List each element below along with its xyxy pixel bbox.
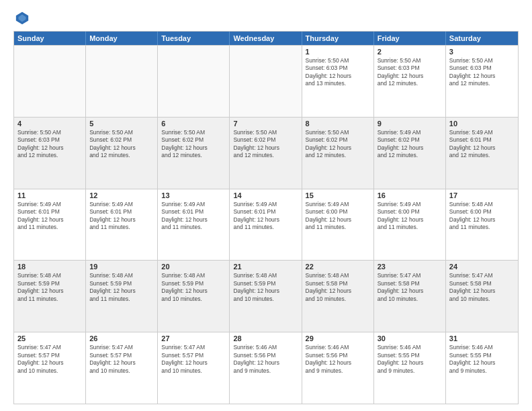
calendar-body: 1Sunrise: 5:50 AMSunset: 6:03 PMDaylight…	[14, 45, 518, 404]
calendar-row-0: 1Sunrise: 5:50 AMSunset: 6:03 PMDaylight…	[14, 45, 518, 117]
cell-info: Sunrise: 5:47 AMSunset: 5:57 PMDaylight:…	[161, 344, 226, 375]
calendar-cell: 29Sunrise: 5:46 AMSunset: 5:56 PMDayligh…	[302, 332, 374, 404]
day-number: 11	[17, 191, 82, 199]
calendar-cell: 1Sunrise: 5:50 AMSunset: 6:03 PMDaylight…	[302, 46, 374, 117]
cell-info: Sunrise: 5:49 AMSunset: 6:01 PMDaylight:…	[161, 201, 226, 232]
day-number: 5	[89, 120, 154, 128]
cell-info: Sunrise: 5:50 AMSunset: 6:02 PMDaylight:…	[233, 129, 298, 160]
header-cell-sunday: Sunday	[14, 32, 86, 45]
day-number: 19	[89, 263, 154, 271]
calendar-cell: 15Sunrise: 5:49 AMSunset: 6:00 PMDayligh…	[302, 189, 374, 261]
cell-info: Sunrise: 5:47 AMSunset: 5:57 PMDaylight:…	[89, 344, 154, 375]
calendar-cell: 21Sunrise: 5:48 AMSunset: 5:59 PMDayligh…	[230, 261, 302, 332]
cell-info: Sunrise: 5:46 AMSunset: 5:55 PMDaylight:…	[378, 344, 442, 375]
day-number: 3	[449, 48, 515, 56]
cell-info: Sunrise: 5:50 AMSunset: 6:03 PMDaylight:…	[449, 57, 515, 88]
day-number: 8	[306, 120, 370, 128]
calendar-cell: 9Sunrise: 5:49 AMSunset: 6:02 PMDaylight…	[374, 118, 446, 189]
day-number: 16	[378, 191, 442, 199]
calendar-cell: 25Sunrise: 5:47 AMSunset: 5:57 PMDayligh…	[14, 332, 86, 404]
logo	[13, 11, 31, 26]
calendar-cell: 8Sunrise: 5:50 AMSunset: 6:02 PMDaylight…	[302, 118, 374, 189]
day-number: 23	[378, 263, 442, 271]
day-number: 31	[449, 334, 515, 342]
cell-info: Sunrise: 5:50 AMSunset: 6:03 PMDaylight:…	[306, 57, 370, 88]
day-number: 7	[233, 120, 298, 128]
calendar-cell: 7Sunrise: 5:50 AMSunset: 6:02 PMDaylight…	[230, 118, 302, 189]
cell-info: Sunrise: 5:49 AMSunset: 6:00 PMDaylight:…	[378, 201, 442, 232]
cell-info: Sunrise: 5:49 AMSunset: 6:01 PMDaylight:…	[89, 201, 154, 232]
cell-info: Sunrise: 5:48 AMSunset: 5:59 PMDaylight:…	[17, 272, 82, 303]
cell-info: Sunrise: 5:48 AMSunset: 5:58 PMDaylight:…	[306, 272, 370, 303]
day-number: 15	[306, 191, 370, 199]
header	[13, 11, 519, 26]
header-cell-tuesday: Tuesday	[158, 32, 230, 45]
calendar-cell: 18Sunrise: 5:48 AMSunset: 5:59 PMDayligh…	[14, 261, 86, 332]
cell-info: Sunrise: 5:49 AMSunset: 6:01 PMDaylight:…	[233, 201, 298, 232]
day-number: 13	[161, 191, 226, 199]
calendar-row-3: 18Sunrise: 5:48 AMSunset: 5:59 PMDayligh…	[14, 260, 518, 332]
day-number: 18	[17, 263, 82, 271]
calendar-row-4: 25Sunrise: 5:47 AMSunset: 5:57 PMDayligh…	[14, 332, 518, 404]
cell-info: Sunrise: 5:49 AMSunset: 6:00 PMDaylight:…	[306, 201, 370, 232]
calendar-cell: 20Sunrise: 5:48 AMSunset: 5:59 PMDayligh…	[158, 261, 230, 332]
day-number: 9	[378, 120, 442, 128]
header-cell-thursday: Thursday	[302, 32, 374, 45]
day-number: 24	[449, 263, 515, 271]
day-number: 17	[449, 191, 515, 199]
calendar-cell: 17Sunrise: 5:48 AMSunset: 6:00 PMDayligh…	[446, 189, 518, 261]
calendar-cell: 6Sunrise: 5:50 AMSunset: 6:02 PMDaylight…	[158, 118, 230, 189]
cell-info: Sunrise: 5:47 AMSunset: 5:57 PMDaylight:…	[17, 344, 82, 375]
calendar-row-2: 11Sunrise: 5:49 AMSunset: 6:01 PMDayligh…	[14, 189, 518, 261]
cell-info: Sunrise: 5:46 AMSunset: 5:56 PMDaylight:…	[233, 344, 298, 375]
day-number: 29	[306, 334, 370, 342]
calendar-cell: 2Sunrise: 5:50 AMSunset: 6:03 PMDaylight…	[374, 46, 446, 117]
calendar-header-row: SundayMondayTuesdayWednesdayThursdayFrid…	[14, 32, 518, 45]
day-number: 4	[17, 120, 82, 128]
calendar-cell: 12Sunrise: 5:49 AMSunset: 6:01 PMDayligh…	[86, 189, 158, 261]
cell-info: Sunrise: 5:49 AMSunset: 6:01 PMDaylight:…	[449, 129, 515, 160]
header-cell-saturday: Saturday	[446, 32, 518, 45]
calendar-cell	[230, 46, 302, 117]
day-number: 22	[306, 263, 370, 271]
calendar-cell	[14, 46, 86, 117]
cell-info: Sunrise: 5:46 AMSunset: 5:56 PMDaylight:…	[306, 344, 370, 375]
header-cell-wednesday: Wednesday	[230, 32, 302, 45]
calendar-cell: 11Sunrise: 5:49 AMSunset: 6:01 PMDayligh…	[14, 189, 86, 261]
logo-icon	[15, 11, 30, 26]
cell-info: Sunrise: 5:47 AMSunset: 5:58 PMDaylight:…	[449, 272, 515, 303]
calendar-cell: 24Sunrise: 5:47 AMSunset: 5:58 PMDayligh…	[446, 261, 518, 332]
header-cell-monday: Monday	[86, 32, 158, 45]
calendar-cell: 31Sunrise: 5:46 AMSunset: 5:55 PMDayligh…	[446, 332, 518, 404]
day-number: 14	[233, 191, 298, 199]
cell-info: Sunrise: 5:48 AMSunset: 5:59 PMDaylight:…	[89, 272, 154, 303]
cell-info: Sunrise: 5:48 AMSunset: 5:59 PMDaylight:…	[233, 272, 298, 303]
cell-info: Sunrise: 5:46 AMSunset: 5:55 PMDaylight:…	[449, 344, 515, 375]
header-cell-friday: Friday	[374, 32, 446, 45]
calendar-cell: 10Sunrise: 5:49 AMSunset: 6:01 PMDayligh…	[446, 118, 518, 189]
cell-info: Sunrise: 5:49 AMSunset: 6:02 PMDaylight:…	[378, 129, 442, 160]
cell-info: Sunrise: 5:50 AMSunset: 6:03 PMDaylight:…	[378, 57, 442, 88]
day-number: 2	[378, 48, 442, 56]
calendar: SundayMondayTuesdayWednesdayThursdayFrid…	[13, 31, 519, 404]
calendar-cell: 4Sunrise: 5:50 AMSunset: 6:03 PMDaylight…	[14, 118, 86, 189]
calendar-cell	[158, 46, 230, 117]
cell-info: Sunrise: 5:50 AMSunset: 6:02 PMDaylight:…	[161, 129, 226, 160]
day-number: 26	[89, 334, 154, 342]
day-number: 25	[17, 334, 82, 342]
page: SundayMondayTuesdayWednesdayThursdayFrid…	[0, 0, 532, 411]
cell-info: Sunrise: 5:47 AMSunset: 5:58 PMDaylight:…	[378, 272, 442, 303]
calendar-cell: 23Sunrise: 5:47 AMSunset: 5:58 PMDayligh…	[374, 261, 446, 332]
cell-info: Sunrise: 5:50 AMSunset: 6:02 PMDaylight:…	[306, 129, 370, 160]
calendar-cell: 5Sunrise: 5:50 AMSunset: 6:02 PMDaylight…	[86, 118, 158, 189]
cell-info: Sunrise: 5:50 AMSunset: 6:03 PMDaylight:…	[17, 129, 82, 160]
calendar-cell: 16Sunrise: 5:49 AMSunset: 6:00 PMDayligh…	[374, 189, 446, 261]
calendar-cell: 28Sunrise: 5:46 AMSunset: 5:56 PMDayligh…	[230, 332, 302, 404]
calendar-cell: 14Sunrise: 5:49 AMSunset: 6:01 PMDayligh…	[230, 189, 302, 261]
day-number: 12	[89, 191, 154, 199]
day-number: 6	[161, 120, 226, 128]
calendar-cell: 27Sunrise: 5:47 AMSunset: 5:57 PMDayligh…	[158, 332, 230, 404]
day-number: 10	[449, 120, 515, 128]
day-number: 20	[161, 263, 226, 271]
calendar-cell: 13Sunrise: 5:49 AMSunset: 6:01 PMDayligh…	[158, 189, 230, 261]
